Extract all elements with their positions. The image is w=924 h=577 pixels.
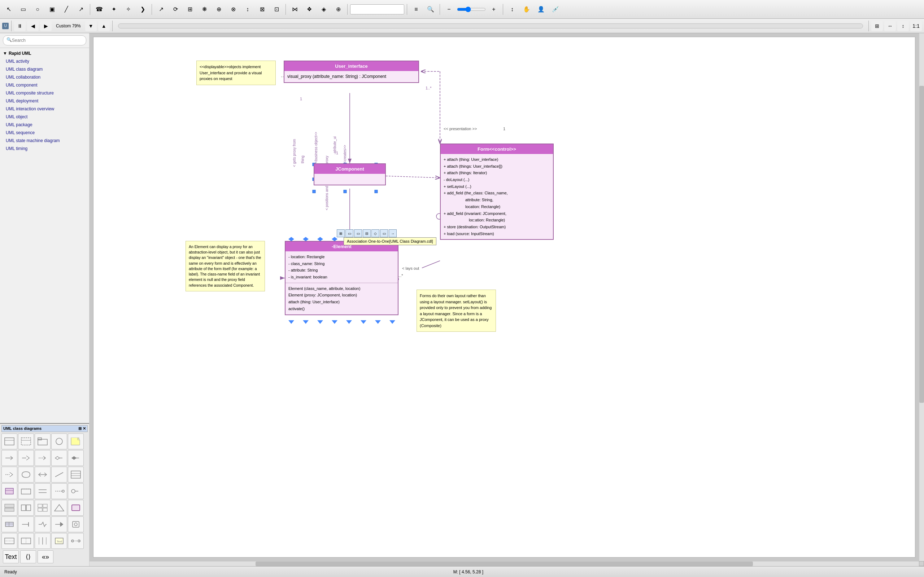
palette-item-3[interactable] — [51, 434, 67, 449]
sidebar-item-uml-object[interactable]: UML object — [0, 113, 89, 121]
pan-tool[interactable]: ✋ — [520, 3, 533, 16]
down-handle-3[interactable] — [317, 320, 323, 324]
next-btn[interactable]: ▶ — [40, 21, 52, 31]
zoom-in-btn[interactable]: + — [487, 3, 500, 16]
v-scrollbar[interactable] — [919, 33, 924, 561]
cross-tool[interactable]: ❋ — [198, 3, 211, 16]
palette-item-17[interactable] — [35, 483, 50, 499]
class-jcomponent[interactable]: JComponent — [313, 163, 386, 185]
down-handle-2[interactable] — [303, 320, 309, 324]
down-handle-4[interactable] — [332, 320, 338, 324]
palette-item-25[interactable] — [2, 516, 17, 532]
search-btn[interactable]: 🔍 — [424, 3, 437, 16]
palette-item-8[interactable] — [51, 450, 67, 466]
join-tool[interactable]: ⋈ — [288, 3, 301, 16]
tree-root[interactable]: ▼ Rapid UML — [0, 49, 89, 57]
box-tool[interactable]: ⊠ — [255, 3, 268, 16]
phone-tool[interactable]: ☎ — [93, 3, 106, 16]
palette-item-14[interactable] — [68, 467, 84, 482]
sidebar-item-uml-class[interactable]: UML class diagram — [0, 65, 89, 73]
palette-item-21[interactable] — [18, 500, 34, 516]
chevron-tool[interactable]: ❯ — [136, 3, 149, 16]
fit-width-btn[interactable]: ↔ — [884, 21, 896, 31]
palette-item-28[interactable] — [51, 516, 67, 532]
palette-text-item[interactable]: Text — [3, 550, 19, 563]
ellipse-tool[interactable]: ○ — [31, 3, 44, 16]
dia2-tool[interactable]: ◈ — [317, 3, 330, 16]
palette-item-13[interactable] — [51, 467, 67, 482]
palette-item-20[interactable] — [2, 500, 17, 516]
diamond-tool[interactable]: ❖ — [303, 3, 316, 16]
sidebar-item-uml-interaction[interactable]: UML interaction overview — [0, 105, 89, 113]
palette-item-2[interactable] — [35, 434, 50, 449]
cursor-tool[interactable]: ↕ — [506, 3, 519, 16]
plus3-tool[interactable]: ⊕ — [332, 3, 345, 16]
handle-bm[interactable] — [344, 190, 347, 193]
sidebar-item-uml-deploy[interactable]: UML deployment — [0, 97, 89, 105]
zoom-down-btn[interactable]: ▼ — [85, 21, 97, 31]
palette-item-31[interactable] — [18, 533, 34, 549]
h-scrollbar[interactable] — [89, 561, 919, 566]
zoom-slider[interactable] — [457, 6, 486, 12]
palette-item-23[interactable] — [51, 500, 67, 516]
updown-tool[interactable]: ↕ — [241, 3, 254, 16]
search-input[interactable] — [3, 35, 86, 45]
palette-item-9[interactable] — [68, 450, 84, 466]
palette-item-30[interactable] — [2, 533, 17, 549]
handle-br[interactable] — [375, 190, 378, 193]
line-tool[interactable]: ╱ — [60, 3, 73, 16]
zoom-out-btn[interactable]: − — [443, 3, 456, 16]
mini-btn-6[interactable]: → — [389, 229, 397, 237]
roundrect-tool[interactable]: ▣ — [45, 3, 58, 16]
star-tool[interactable]: ✧ — [122, 3, 135, 16]
mini-btn-1[interactable]: ▭ — [346, 229, 353, 237]
diagram-name-input[interactable] — [350, 4, 404, 15]
palette-squote-item[interactable]: ⟨⟩ — [20, 550, 36, 563]
palette-dquote-item[interactable]: «» — [37, 550, 53, 563]
resize-handle[interactable] — [919, 561, 924, 566]
x-tool[interactable]: ⊗ — [227, 3, 240, 16]
palette-item-0[interactable] — [2, 434, 17, 449]
palette-item-5[interactable] — [2, 450, 17, 466]
prev-btn[interactable]: ◀ — [27, 21, 39, 31]
actual-size-btn[interactable]: 1:1 — [910, 21, 922, 31]
palette-item-33[interactable]: Text — [51, 533, 67, 549]
palette-item-15[interactable] — [2, 483, 17, 499]
fit-height-btn[interactable]: ↕ — [897, 21, 909, 31]
sidebar-item-uml-composite[interactable]: UML composite structure — [0, 89, 89, 97]
user-tool[interactable]: 👤 — [535, 3, 548, 16]
grid-tool[interactable]: ⊞ — [183, 3, 196, 16]
class-element[interactable]: -Element - location: Rectangle - class_n… — [285, 241, 399, 315]
pause-btn[interactable]: ⏸ — [14, 21, 26, 31]
palette-item-34[interactable] — [68, 533, 84, 549]
canvas-area[interactable]: thing <<business object>> <<creates>> < … — [89, 33, 924, 566]
sidebar-item-uml-timing[interactable]: UML timing — [0, 145, 89, 153]
zoom-up-btn[interactable]: ▲ — [98, 21, 110, 31]
mini-btn-3[interactable]: ⊟ — [363, 229, 371, 237]
palette-item-18[interactable] — [51, 483, 67, 499]
palette-item-22[interactable] — [35, 500, 50, 516]
flow-tool[interactable]: ⟳ — [169, 3, 182, 16]
palette-item-32[interactable] — [35, 533, 50, 549]
arrow-tool[interactable]: ↗ — [74, 3, 87, 16]
palette-item-27[interactable] — [35, 516, 50, 532]
palette-item-6[interactable] — [18, 450, 34, 466]
sidebar-item-uml-sequence[interactable]: UML sequence — [0, 129, 89, 137]
eyedrop-tool[interactable]: 💉 — [549, 3, 562, 16]
palette-item-19[interactable] — [68, 483, 84, 499]
palette-item-16[interactable] — [18, 483, 34, 499]
down-handle-7[interactable] — [375, 320, 381, 324]
palette-item-24[interactable] — [68, 500, 84, 516]
diagram-canvas[interactable]: thing <<business object>> <<creates>> < … — [93, 37, 915, 558]
class-user-interface[interactable]: User_interface visual_proxy (attribute_n… — [284, 61, 419, 83]
cross2-tool[interactable]: ⊕ — [212, 3, 225, 16]
palette-item-10[interactable] — [2, 467, 17, 482]
link-tool[interactable]: ↗ — [155, 3, 168, 16]
palette-item-12[interactable] — [35, 467, 50, 482]
sidebar-item-uml-state[interactable]: UML state machine diagram — [0, 137, 89, 145]
down-handle-6[interactable] — [360, 320, 366, 324]
palette-item-4[interactable] — [68, 434, 84, 449]
mini-btn-2[interactable]: ▭ — [354, 229, 362, 237]
sidebar-item-uml-activity[interactable]: UML activity — [0, 57, 89, 65]
list-view-btn[interactable]: ≡ — [410, 3, 423, 16]
